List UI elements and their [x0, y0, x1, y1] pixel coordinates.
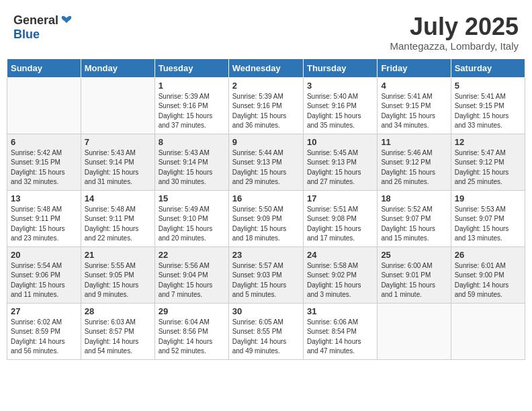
calendar-day-cell — [451, 303, 525, 359]
day-info: Sunrise: 5:51 AM Sunset: 9:08 PM Dayligh… — [307, 205, 373, 244]
day-of-week-header: Tuesday — [154, 58, 228, 77]
day-number: 19 — [455, 193, 521, 203]
day-number: 7 — [85, 137, 151, 147]
day-number: 5 — [455, 81, 521, 91]
calendar-week-row: 6Sunrise: 5:42 AM Sunset: 9:15 PM Daylig… — [7, 134, 525, 190]
day-number: 21 — [85, 250, 151, 260]
day-of-week-header: Monday — [81, 58, 154, 77]
day-info: Sunrise: 5:49 AM Sunset: 9:10 PM Dayligh… — [159, 205, 225, 244]
calendar-week-row: 13Sunrise: 5:48 AM Sunset: 9:11 PM Dayli… — [7, 190, 525, 246]
calendar-day-cell — [81, 77, 154, 134]
day-info: Sunrise: 5:44 AM Sunset: 9:13 PM Dayligh… — [232, 148, 300, 187]
title-block: July 2025 Mantegazza, Lombardy, Italy — [390, 13, 519, 52]
day-info: Sunrise: 5:55 AM Sunset: 9:05 PM Dayligh… — [85, 261, 151, 300]
day-number: 22 — [159, 250, 225, 260]
day-info: Sunrise: 5:54 AM Sunset: 9:06 PM Dayligh… — [11, 261, 77, 300]
day-info: Sunrise: 5:48 AM Sunset: 9:11 PM Dayligh… — [85, 205, 151, 244]
day-of-week-header: Sunday — [7, 58, 81, 77]
day-info: Sunrise: 5:57 AM Sunset: 9:03 PM Dayligh… — [232, 261, 300, 300]
calendar-day-cell: 31Sunrise: 6:06 AM Sunset: 8:54 PM Dayli… — [303, 303, 377, 359]
day-number: 4 — [381, 81, 447, 91]
calendar-day-cell: 12Sunrise: 5:47 AM Sunset: 9:12 PM Dayli… — [451, 134, 525, 190]
month-title: July 2025 — [390, 13, 519, 40]
calendar-day-cell: 15Sunrise: 5:49 AM Sunset: 9:10 PM Dayli… — [154, 190, 228, 246]
day-info: Sunrise: 5:39 AM Sunset: 9:16 PM Dayligh… — [232, 92, 300, 131]
day-info: Sunrise: 6:04 AM Sunset: 8:56 PM Dayligh… — [159, 318, 225, 357]
day-info: Sunrise: 6:05 AM Sunset: 8:55 PM Dayligh… — [232, 318, 300, 357]
day-number: 13 — [11, 193, 77, 203]
calendar-day-cell: 7Sunrise: 5:43 AM Sunset: 9:14 PM Daylig… — [81, 134, 154, 190]
calendar-day-cell: 23Sunrise: 5:57 AM Sunset: 9:03 PM Dayli… — [228, 246, 303, 303]
day-info: Sunrise: 6:01 AM Sunset: 9:00 PM Dayligh… — [455, 261, 521, 300]
day-info: Sunrise: 5:41 AM Sunset: 9:15 PM Dayligh… — [381, 92, 447, 131]
calendar-day-cell: 4Sunrise: 5:41 AM Sunset: 9:15 PM Daylig… — [378, 77, 451, 134]
calendar-day-cell: 18Sunrise: 5:52 AM Sunset: 9:07 PM Dayli… — [378, 190, 451, 246]
day-number: 8 — [159, 137, 225, 147]
calendar-day-cell — [7, 77, 81, 134]
day-of-week-header: Wednesday — [228, 58, 303, 77]
day-number: 23 — [232, 250, 300, 260]
calendar-day-cell: 3Sunrise: 5:40 AM Sunset: 9:16 PM Daylig… — [303, 77, 377, 134]
calendar-day-cell: 6Sunrise: 5:42 AM Sunset: 9:15 PM Daylig… — [7, 134, 81, 190]
calendar-day-cell: 5Sunrise: 5:41 AM Sunset: 9:15 PM Daylig… — [451, 77, 525, 134]
day-number: 2 — [232, 81, 300, 91]
calendar-day-cell: 11Sunrise: 5:46 AM Sunset: 9:12 PM Dayli… — [378, 134, 451, 190]
day-number: 31 — [307, 306, 373, 316]
day-info: Sunrise: 5:46 AM Sunset: 9:12 PM Dayligh… — [381, 148, 447, 187]
day-info: Sunrise: 5:47 AM Sunset: 9:12 PM Dayligh… — [455, 148, 521, 187]
day-number: 24 — [307, 250, 373, 260]
day-number: 28 — [85, 306, 151, 316]
day-number: 27 — [11, 306, 77, 316]
calendar-week-row: 1Sunrise: 5:39 AM Sunset: 9:16 PM Daylig… — [7, 77, 525, 134]
calendar-week-row: 20Sunrise: 5:54 AM Sunset: 9:06 PM Dayli… — [7, 246, 525, 303]
day-info: Sunrise: 6:00 AM Sunset: 9:01 PM Dayligh… — [381, 261, 447, 300]
calendar-day-cell: 30Sunrise: 6:05 AM Sunset: 8:55 PM Dayli… — [228, 303, 303, 359]
calendar-week-row: 27Sunrise: 6:02 AM Sunset: 8:59 PM Dayli… — [7, 303, 525, 359]
day-of-week-header: Thursday — [303, 58, 377, 77]
day-of-week-header: Saturday — [451, 58, 525, 77]
day-info: Sunrise: 5:48 AM Sunset: 9:11 PM Dayligh… — [11, 205, 77, 244]
day-info: Sunrise: 5:53 AM Sunset: 9:07 PM Dayligh… — [455, 205, 521, 244]
calendar-day-cell: 22Sunrise: 5:56 AM Sunset: 9:04 PM Dayli… — [154, 246, 228, 303]
day-number: 15 — [159, 193, 225, 203]
calendar-day-cell: 16Sunrise: 5:50 AM Sunset: 9:09 PM Dayli… — [228, 190, 303, 246]
calendar-day-cell: 1Sunrise: 5:39 AM Sunset: 9:16 PM Daylig… — [154, 77, 228, 134]
day-info: Sunrise: 5:58 AM Sunset: 9:02 PM Dayligh… — [307, 261, 373, 300]
day-info: Sunrise: 5:41 AM Sunset: 9:15 PM Dayligh… — [455, 92, 521, 131]
page-header: General Blue July 2025 Mantegazza, Lomba… — [7, 7, 525, 55]
day-number: 29 — [159, 306, 225, 316]
day-number: 6 — [11, 137, 77, 147]
day-number: 18 — [381, 193, 447, 203]
calendar-day-cell: 25Sunrise: 6:00 AM Sunset: 9:01 PM Dayli… — [378, 246, 451, 303]
day-number: 25 — [381, 250, 447, 260]
calendar-day-cell: 20Sunrise: 5:54 AM Sunset: 9:06 PM Dayli… — [7, 246, 81, 303]
day-info: Sunrise: 5:56 AM Sunset: 9:04 PM Dayligh… — [159, 261, 225, 300]
day-info: Sunrise: 6:02 AM Sunset: 8:59 PM Dayligh… — [11, 318, 77, 357]
day-info: Sunrise: 5:45 AM Sunset: 9:13 PM Dayligh… — [307, 148, 373, 187]
day-number: 1 — [159, 81, 225, 91]
day-info: Sunrise: 5:40 AM Sunset: 9:16 PM Dayligh… — [307, 92, 373, 131]
day-info: Sunrise: 5:39 AM Sunset: 9:16 PM Dayligh… — [159, 92, 225, 131]
day-number: 17 — [307, 193, 373, 203]
day-info: Sunrise: 5:43 AM Sunset: 9:14 PM Dayligh… — [159, 148, 225, 187]
day-number: 16 — [232, 193, 300, 203]
calendar-day-cell: 28Sunrise: 6:03 AM Sunset: 8:57 PM Dayli… — [81, 303, 154, 359]
calendar-day-cell: 2Sunrise: 5:39 AM Sunset: 9:16 PM Daylig… — [228, 77, 303, 134]
day-of-week-header: Friday — [378, 58, 451, 77]
logo-blue-text: Blue — [13, 28, 40, 41]
logo-bird-icon — [60, 14, 73, 28]
calendar-day-cell: 8Sunrise: 5:43 AM Sunset: 9:14 PM Daylig… — [154, 134, 228, 190]
day-info: Sunrise: 6:06 AM Sunset: 8:54 PM Dayligh… — [307, 318, 373, 357]
day-number: 3 — [307, 81, 373, 91]
calendar-day-cell: 17Sunrise: 5:51 AM Sunset: 9:08 PM Dayli… — [303, 190, 377, 246]
day-number: 26 — [455, 250, 521, 260]
calendar-header-row: SundayMondayTuesdayWednesdayThursdayFrid… — [7, 58, 525, 77]
calendar-day-cell: 27Sunrise: 6:02 AM Sunset: 8:59 PM Dayli… — [7, 303, 81, 359]
day-info: Sunrise: 5:52 AM Sunset: 9:07 PM Dayligh… — [381, 205, 447, 244]
day-number: 20 — [11, 250, 77, 260]
logo-general-text: General — [13, 13, 58, 28]
day-info: Sunrise: 5:42 AM Sunset: 9:15 PM Dayligh… — [11, 148, 77, 187]
calendar-day-cell: 21Sunrise: 5:55 AM Sunset: 9:05 PM Dayli… — [81, 246, 154, 303]
calendar-day-cell: 13Sunrise: 5:48 AM Sunset: 9:11 PM Dayli… — [7, 190, 81, 246]
location-subtitle: Mantegazza, Lombardy, Italy — [390, 40, 519, 52]
